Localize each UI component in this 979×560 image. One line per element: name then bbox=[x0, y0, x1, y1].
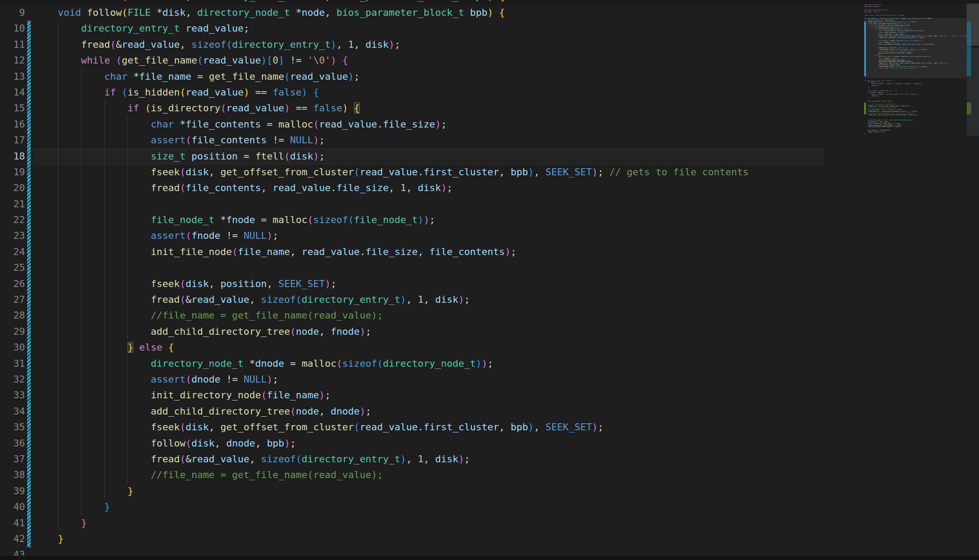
code-line[interactable]: 24 init_file_node(file_name, read_value.… bbox=[0, 244, 824, 260]
line-number[interactable]: 30 bbox=[0, 340, 25, 355]
line-number[interactable]: 41 bbox=[0, 515, 25, 531]
gutter-modified-indicator[interactable] bbox=[27, 21, 31, 547]
line-number[interactable]: 31 bbox=[0, 356, 25, 372]
line-number[interactable]: 22 bbox=[0, 212, 25, 228]
line-number[interactable]: 24 bbox=[0, 244, 25, 260]
code-token: ( bbox=[180, 278, 185, 289]
code-token: node bbox=[302, 0, 325, 2]
code-text: size_t position = ftell(disk); bbox=[58, 149, 325, 164]
line-number[interactable]: 39 bbox=[0, 483, 25, 499]
line-number[interactable]: 28 bbox=[0, 308, 25, 323]
line-number[interactable]: 11 bbox=[0, 37, 25, 53]
line-number[interactable]: 34 bbox=[0, 404, 25, 419]
line-number[interactable]: 23 bbox=[0, 228, 25, 244]
code-line[interactable]: 31 directory_node_t *dnode = malloc(size… bbox=[0, 356, 824, 372]
code-token: ( bbox=[296, 294, 302, 305]
code-token: malloc bbox=[278, 119, 313, 130]
line-number[interactable]: 12 bbox=[0, 53, 25, 68]
code-token: ; bbox=[319, 135, 325, 145]
code-line[interactable]: 30 } else { bbox=[0, 340, 824, 355]
code-token: ) bbox=[435, 119, 441, 130]
code-line[interactable]: 40 } bbox=[0, 499, 824, 515]
code-token: directory_node_t bbox=[197, 7, 290, 18]
code-token: ; bbox=[319, 151, 325, 162]
code-line[interactable]: 20 fread(file_contents, read_value.file_… bbox=[0, 180, 824, 196]
vertical-scrollbar[interactable] bbox=[967, 0, 979, 560]
line-number[interactable]: 26 bbox=[0, 276, 25, 292]
code-line[interactable]: 9void follow(FILE *disk, directory_node_… bbox=[0, 5, 824, 21]
code-line[interactable]: 15 if (is_directory(read_value) == false… bbox=[0, 100, 824, 116]
code-token: sizeof bbox=[192, 39, 226, 50]
code-text: //file_name = get_file_name(read_value); bbox=[58, 308, 383, 323]
code-line[interactable]: 39 } bbox=[0, 483, 824, 499]
line-number[interactable]: 20 bbox=[0, 180, 25, 196]
code-line[interactable]: 26 fseek(disk, position, SEEK_SET); bbox=[0, 276, 824, 292]
line-number[interactable]: 9 bbox=[0, 5, 25, 21]
line-number[interactable]: 16 bbox=[0, 117, 25, 132]
code-line[interactable]: 36 follow(disk, dnode, bpb); bbox=[0, 436, 824, 451]
code-token: node bbox=[302, 7, 325, 18]
code-line[interactable]: 32 assert(dnode != NULL); bbox=[0, 372, 824, 387]
code-line[interactable]: 38 //file_name = get_file_name(read_valu… bbox=[0, 467, 824, 483]
line-number[interactable]: 15 bbox=[0, 100, 25, 116]
code-line[interactable]: 22 file_node_t *fnode = malloc(sizeof(fi… bbox=[0, 212, 824, 228]
line-number[interactable]: 36 bbox=[0, 436, 25, 451]
code-line[interactable]: 23 assert(fnode != NULL); bbox=[0, 228, 824, 244]
code-token: ( bbox=[110, 39, 116, 50]
line-number[interactable]: 32 bbox=[0, 372, 25, 387]
code-token: ) bbox=[331, 39, 337, 50]
minimap[interactable]: #include <assert.h>#include <stdio.h>#in… bbox=[864, 4, 967, 140]
line-number[interactable]: 25 bbox=[0, 260, 25, 276]
code-line[interactable]: 12 while (get_file_name(read_value)[0] !… bbox=[0, 53, 824, 68]
minimap-viewport-slider[interactable] bbox=[864, 18, 967, 78]
code-line[interactable]: 42} bbox=[0, 531, 824, 547]
line-number[interactable]: 17 bbox=[0, 132, 25, 148]
code-token: ( bbox=[185, 438, 191, 449]
code-line[interactable]: 29 add_child_directory_tree(node, fnode)… bbox=[0, 324, 824, 340]
code-line[interactable]: 33 init_directory_node(file_name); bbox=[0, 387, 824, 403]
code-token: //file_name = get_file_name(read_value); bbox=[151, 469, 383, 480]
code-line[interactable]: 34 add_child_directory_tree(node, dnode)… bbox=[0, 404, 824, 419]
code-line[interactable]: 25 bbox=[0, 260, 824, 276]
code-line[interactable]: 21 bbox=[0, 196, 824, 212]
code-line[interactable]: 37 fread(&read_value, sizeof(directory_e… bbox=[0, 451, 824, 467]
code-token bbox=[185, 151, 191, 162]
code-token: ) bbox=[458, 454, 464, 464]
code-token: ; bbox=[464, 454, 470, 464]
code-line[interactable]: 13 char *file_name = get_file_name(read_… bbox=[0, 69, 824, 85]
line-number[interactable]: 33 bbox=[0, 387, 25, 403]
code-token: sizeof bbox=[261, 454, 296, 464]
code-line[interactable]: 17 assert(file_contents != NULL); bbox=[0, 132, 824, 148]
code-line[interactable]: 19 fseek(disk, get_offset_from_cluster(r… bbox=[0, 164, 824, 180]
code-line[interactable]: 10 directory_entry_t read_value; bbox=[0, 21, 824, 36]
line-number[interactable]: 14 bbox=[0, 85, 25, 100]
line-number[interactable]: 18 bbox=[0, 149, 25, 164]
line-number[interactable]: 19 bbox=[0, 164, 25, 180]
code-token: first_cluster bbox=[423, 422, 499, 432]
code-line[interactable]: 14 if (is_hidden(read_value) == false) { bbox=[0, 85, 824, 100]
line-number[interactable]: 29 bbox=[0, 324, 25, 340]
code-line[interactable]: 27 fread(&read_value, sizeof(directory_e… bbox=[0, 292, 824, 308]
code-line[interactable]: 16 char *file_contents = malloc(read_val… bbox=[0, 117, 824, 132]
code-line[interactable]: 11 fread(&read_value, sizeof(directory_e… bbox=[0, 37, 824, 53]
code-token bbox=[58, 119, 151, 130]
code-line[interactable]: 28 //file_name = get_file_name(read_valu… bbox=[0, 308, 824, 323]
line-number[interactable]: 40 bbox=[0, 499, 25, 515]
line-number[interactable]: 38 bbox=[0, 467, 25, 483]
code-line[interactable]: 41 } bbox=[0, 515, 824, 531]
code-token: ; bbox=[273, 374, 278, 385]
line-number[interactable]: 37 bbox=[0, 451, 25, 467]
line-number[interactable]: 10 bbox=[0, 21, 25, 36]
line-number[interactable]: 21 bbox=[0, 196, 25, 212]
line-number[interactable]: 42 bbox=[0, 531, 25, 547]
code-line[interactable]: 35 fseek(disk, get_offset_from_cluster(r… bbox=[0, 419, 824, 435]
line-number[interactable]: 35 bbox=[0, 419, 25, 435]
code-token: ( bbox=[232, 246, 238, 257]
code-token: ) bbox=[528, 167, 534, 177]
line-number[interactable]: 13 bbox=[0, 69, 25, 85]
line-number[interactable]: 27 bbox=[0, 292, 25, 308]
code-line[interactable]: 18 size_t position = ftell(disk); bbox=[0, 149, 824, 164]
code-token: read_value bbox=[290, 71, 348, 82]
code-token: ( bbox=[226, 39, 232, 50]
code-token: * bbox=[215, 214, 227, 225]
